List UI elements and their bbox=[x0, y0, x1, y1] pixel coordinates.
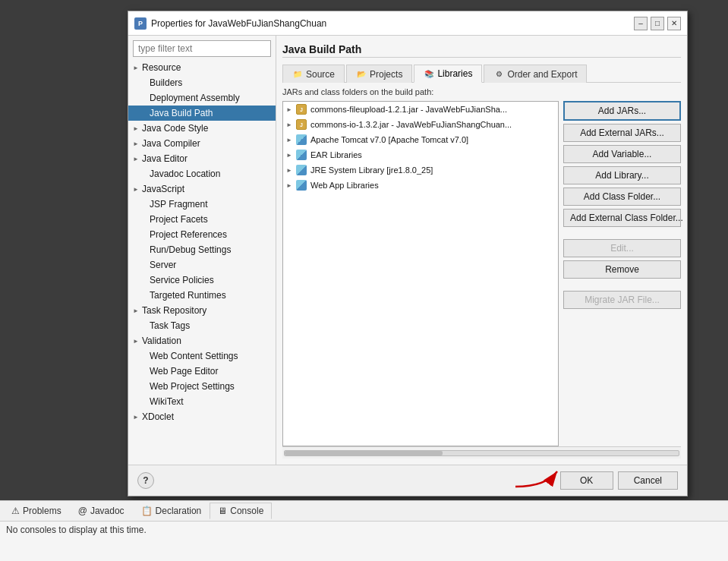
nav-label-task-repository: Task Repository bbox=[142, 305, 206, 316]
nav-label-web-content-settings: Web Content Settings bbox=[150, 351, 238, 361]
footer-buttons: OK Cancel bbox=[560, 471, 678, 490]
add-library-button[interactable]: Add Library... bbox=[563, 166, 681, 184]
nav-label-xdoclet: XDoclet bbox=[142, 411, 174, 422]
tree-item-ear-libraries[interactable]: ► EAR Libraries bbox=[283, 147, 558, 162]
tree-label-3: Apache Tomcat v7.0 [Apache Tomcat v7.0] bbox=[310, 135, 468, 144]
bottom-tab-row: ⚠ Problems @ Javadoc 📋 Declaration 🖥 Con… bbox=[0, 501, 728, 522]
bottom-tab-declaration[interactable]: 📋 Declaration bbox=[133, 503, 210, 519]
tree-arrow-3: ► bbox=[286, 137, 295, 143]
nav-item-javascript[interactable]: ► JavaScript bbox=[128, 181, 276, 197]
nav-item-server[interactable]: Server bbox=[128, 257, 276, 273]
nav-item-jsp-fragment[interactable]: JSP Fragment bbox=[128, 197, 276, 212]
nav-item-validation[interactable]: ► Validation bbox=[128, 333, 276, 348]
edit-button[interactable]: Edit... bbox=[563, 239, 681, 257]
tab-libraries[interactable]: 📚 Libraries bbox=[414, 65, 482, 83]
nav-label-builders: Builders bbox=[150, 77, 182, 88]
nav-label-jsp-fragment: JSP Fragment bbox=[150, 199, 207, 210]
tree-item-web-app-libraries[interactable]: ► Web App Libraries bbox=[283, 178, 558, 193]
nav-item-web-content-settings[interactable]: Web Content Settings bbox=[128, 348, 276, 364]
declaration-tab-icon: 📋 bbox=[141, 506, 153, 516]
lib-icon-6 bbox=[295, 179, 307, 191]
close-button[interactable]: ✕ bbox=[667, 17, 681, 30]
remove-button[interactable]: Remove bbox=[563, 260, 681, 279]
dialog-body: ► Resource Builders Deployment Assembly … bbox=[128, 36, 687, 465]
nav-item-javadoc[interactable]: Javadoc Location bbox=[128, 166, 276, 181]
tab-source[interactable]: 📁 Source bbox=[282, 65, 345, 83]
nav-item-resource[interactable]: ► Resource bbox=[128, 60, 276, 75]
tree-label-4: EAR Libraries bbox=[310, 150, 362, 159]
nav-label-javascript: JavaScript bbox=[142, 184, 184, 194]
build-path-description: JARs and class folders on the build path… bbox=[282, 87, 681, 96]
nav-item-java-compiler[interactable]: ► Java Compiler bbox=[128, 136, 276, 151]
tree-arrow-6: ► bbox=[286, 182, 295, 189]
console-tab-icon: 🖥 bbox=[218, 506, 227, 516]
right-panel: Java Build Path 📁 Source 📂 Projects 📚 Li… bbox=[276, 36, 687, 465]
tree-item-commons-io[interactable]: ► J commons-io-1.3.2.jar - JavaWebFuJian… bbox=[283, 117, 558, 132]
bottom-tab-javadoc[interactable]: @ Javadoc bbox=[70, 503, 133, 519]
jar-icon-1: J bbox=[295, 103, 307, 115]
horizontal-scrollbar[interactable] bbox=[284, 450, 679, 456]
minimize-button[interactable]: – bbox=[634, 17, 648, 30]
add-class-folder-button[interactable]: Add Class Folder... bbox=[563, 188, 681, 206]
tree-label-5: JRE System Library [jre1.8.0_25] bbox=[310, 165, 433, 175]
btn-separator-1 bbox=[563, 230, 681, 236]
tree-item-commons-fileupload[interactable]: ► J commons-fileupload-1.2.1.jar - JavaW… bbox=[283, 102, 558, 117]
bottom-tab-console[interactable]: 🖥 Console bbox=[210, 503, 272, 519]
nav-item-builders[interactable]: Builders bbox=[128, 75, 276, 90]
nav-arrow-validation: ► bbox=[133, 338, 139, 345]
nav-item-java-editor[interactable]: ► Java Editor bbox=[128, 151, 276, 166]
bottom-tab-problems[interactable]: ⚠ Problems bbox=[3, 503, 70, 519]
order-tab-icon: ⚙ bbox=[493, 69, 504, 80]
nav-item-service-policies[interactable]: Service Policies bbox=[128, 273, 276, 288]
tree-item-tomcat[interactable]: ► Apache Tomcat v7.0 [Apache Tomcat v7.0… bbox=[283, 132, 558, 147]
lib-icon-3 bbox=[295, 134, 307, 146]
add-external-class-folder-button[interactable]: Add External Class Folder... bbox=[563, 209, 681, 227]
dialog-titlebar: P Properties for JavaWebFuJianShangChuan… bbox=[128, 11, 687, 36]
nav-item-deployment[interactable]: Deployment Assembly bbox=[128, 90, 276, 106]
nav-item-wikitext[interactable]: WikiText bbox=[128, 394, 276, 409]
ok-button[interactable]: OK bbox=[560, 471, 613, 490]
btn-separator-2 bbox=[563, 282, 681, 288]
nav-item-run-debug[interactable]: Run/Debug Settings bbox=[128, 242, 276, 257]
tree-arrow-2: ► bbox=[286, 121, 295, 128]
nav-arrow-resource: ► bbox=[133, 65, 139, 71]
nav-label-java-editor: Java Editor bbox=[142, 153, 188, 164]
nav-item-xdoclet[interactable]: ► XDoclet bbox=[128, 409, 276, 424]
nav-item-java-build-path[interactable]: Java Build Path bbox=[128, 106, 276, 121]
properties-dialog: P Properties for JavaWebFuJianShangChuan… bbox=[128, 11, 688, 496]
nav-label-javadoc: Javadoc Location bbox=[150, 169, 220, 179]
lib-icon-4 bbox=[295, 149, 307, 161]
cancel-button[interactable]: Cancel bbox=[618, 471, 678, 490]
filter-input[interactable] bbox=[133, 40, 271, 57]
tree-label-6: Web App Libraries bbox=[310, 181, 379, 190]
nav-label-run-debug: Run/Debug Settings bbox=[150, 244, 231, 255]
add-variable-button[interactable]: Add Variable... bbox=[563, 145, 681, 163]
add-external-jars-button[interactable]: Add External JARs... bbox=[563, 124, 681, 142]
lib-icon-5 bbox=[295, 164, 307, 176]
nav-item-project-facets[interactable]: Project Facets bbox=[128, 212, 276, 227]
tree-item-jre[interactable]: ► JRE System Library [jre1.8.0_25] bbox=[283, 162, 558, 178]
nav-arrow-java-compiler: ► bbox=[133, 140, 139, 147]
nav-label-java-build-path: Java Build Path bbox=[150, 108, 213, 118]
tab-projects[interactable]: 📂 Projects bbox=[346, 65, 412, 83]
maximize-button[interactable]: □ bbox=[651, 17, 664, 30]
migrate-jar-button[interactable]: Migrate JAR File... bbox=[563, 291, 681, 309]
nav-label-project-facets: Project Facets bbox=[150, 214, 208, 225]
nav-label-wikitext: WikiText bbox=[150, 396, 184, 407]
nav-item-web-project-settings[interactable]: Web Project Settings bbox=[128, 379, 276, 394]
help-button[interactable]: ? bbox=[137, 472, 154, 489]
bottom-tabs-bar: ⚠ Problems @ Javadoc 📋 Declaration 🖥 Con… bbox=[0, 500, 728, 561]
nav-item-task-repository[interactable]: ► Task Repository bbox=[128, 303, 276, 318]
javadoc-tab-icon: @ bbox=[78, 506, 87, 516]
nav-item-java-code-style[interactable]: ► Java Code Style bbox=[128, 121, 276, 136]
title-left: P Properties for JavaWebFuJianShangChuan bbox=[134, 17, 326, 30]
nav-item-web-page-editor[interactable]: Web Page Editor bbox=[128, 364, 276, 379]
nav-item-targeted-runtimes[interactable]: Targeted Runtimes bbox=[128, 288, 276, 303]
add-jars-button[interactable]: Add JARs... bbox=[563, 101, 681, 121]
nav-item-task-tags[interactable]: Task Tags bbox=[128, 318, 276, 333]
buttons-panel: Add JARs... Add External JARs... Add Var… bbox=[563, 101, 681, 446]
tab-order-export[interactable]: ⚙ Order and Export bbox=[484, 65, 587, 83]
problems-tab-icon: ⚠ bbox=[11, 506, 20, 516]
nav-item-project-references[interactable]: Project References bbox=[128, 227, 276, 242]
tree-area[interactable]: ► J commons-fileupload-1.2.1.jar - JavaW… bbox=[282, 101, 559, 446]
